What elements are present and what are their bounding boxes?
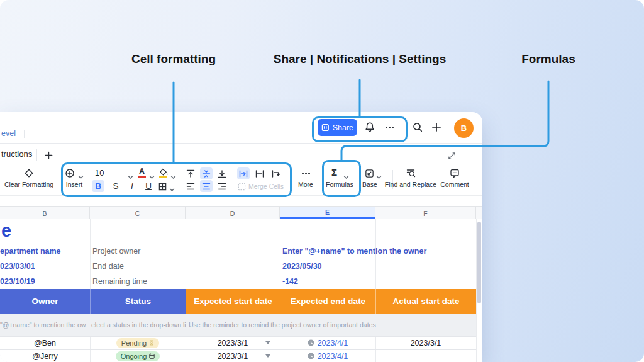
find-and-replace-button[interactable] xyxy=(405,167,416,179)
cell-actual-start[interactable]: 2023/3/1 xyxy=(375,336,476,349)
cell-info[interactable]: 023/10/19 xyxy=(0,274,89,289)
bold-button[interactable]: B xyxy=(92,180,104,192)
cell-info[interactable]: Remaining time xyxy=(92,274,184,289)
cell-info[interactable]: End date xyxy=(92,259,184,274)
borders-chevron[interactable] xyxy=(169,183,175,195)
column-header-d[interactable]: D xyxy=(186,207,280,219)
avatar[interactable]: B xyxy=(454,118,474,138)
toolbar-divider xyxy=(180,168,180,191)
cell-info[interactable]: 023/03/01 xyxy=(0,259,89,274)
font-color-button[interactable]: A xyxy=(139,167,145,176)
cell-info[interactable]: 2023/05/30 xyxy=(282,259,408,274)
column-header-c[interactable]: C xyxy=(90,207,186,219)
comment-icon xyxy=(450,168,460,178)
cell-expected-end[interactable]: 2023/4/1 xyxy=(280,349,375,362)
align-right-button[interactable] xyxy=(216,180,228,192)
align-left-button[interactable] xyxy=(184,180,197,192)
titlebar-divider xyxy=(24,130,25,138)
share-button-label: Share xyxy=(333,123,353,132)
new-document-button[interactable] xyxy=(429,120,444,135)
column-header-strip: B C D E F xyxy=(0,206,482,220)
formulas-button[interactable]: Σ xyxy=(331,167,337,178)
borders-button[interactable] xyxy=(157,181,168,192)
doc-title-fragment[interactable]: evel xyxy=(1,129,16,138)
fill-color-chevron[interactable] xyxy=(170,171,176,182)
insert-label[interactable]: Insert xyxy=(60,181,88,188)
notifications-button[interactable] xyxy=(362,120,377,135)
chevron-down-icon xyxy=(78,175,84,179)
formulas-label[interactable]: Formulas xyxy=(322,181,357,188)
cell-owner[interactable]: @Jerry xyxy=(0,349,90,362)
align-top-button[interactable] xyxy=(184,167,197,179)
cell-info[interactable]: epartment name xyxy=(0,244,89,259)
text-rotate-button[interactable] xyxy=(270,167,282,179)
italic-button[interactable]: I xyxy=(126,180,138,192)
clock-icon xyxy=(308,353,314,359)
cell-status[interactable]: Pending xyxy=(90,336,186,349)
toolbar-divider xyxy=(233,168,233,191)
align-right-icon xyxy=(217,181,227,191)
merge-cells-label: Merge Cells xyxy=(248,183,284,190)
gridline xyxy=(476,219,477,362)
sheet-title-fragment[interactable]: e xyxy=(1,220,11,241)
expand-toolbar-button[interactable] xyxy=(445,149,458,162)
insert-button[interactable] xyxy=(64,167,75,179)
strikethrough-button[interactable]: S xyxy=(109,180,122,192)
text-wrap-button[interactable] xyxy=(237,167,250,179)
table-header-status[interactable]: Status xyxy=(90,289,186,314)
cell-status[interactable]: Ongoing xyxy=(90,349,186,362)
search-button[interactable] xyxy=(410,120,425,135)
spreadsheet-window: evel Share xyxy=(0,112,482,362)
column-header-b[interactable]: B xyxy=(0,207,90,219)
cell-actual-start[interactable] xyxy=(375,349,476,362)
cell-hint[interactable]: Use the reminder to remind the project o… xyxy=(189,314,385,336)
cell-info[interactable]: -142 xyxy=(282,274,408,289)
cell-hint[interactable]: elect a status in the drop-down lis xyxy=(91,314,186,336)
comment-label[interactable]: Comment xyxy=(438,181,471,188)
cell-expected-start[interactable]: 2023/3/1 xyxy=(186,349,280,362)
table-header-expected-end[interactable]: Expected end date xyxy=(280,289,375,314)
table-header-expected-start[interactable]: Expected start date xyxy=(186,289,280,314)
column-header-e[interactable]: E xyxy=(280,207,375,219)
clear-formatting-button[interactable] xyxy=(23,167,35,179)
table-row: @Jerry Ongoing 2023/3/1 xyxy=(0,349,476,362)
table-header-actual-start[interactable]: Actual start date xyxy=(375,289,476,314)
underline-button[interactable]: U xyxy=(142,180,155,192)
plus-icon xyxy=(431,122,441,132)
reminder-date[interactable]: 2023/4/1 xyxy=(318,339,348,348)
clear-formatting-label[interactable]: Clear Formatting xyxy=(0,181,58,188)
cell-info[interactable]: Project owner xyxy=(92,244,184,259)
comment-button[interactable] xyxy=(449,167,460,179)
more-tools-label[interactable]: More xyxy=(291,181,321,188)
cell-owner[interactable]: @Ben xyxy=(0,336,90,349)
reminder-date[interactable]: 2023/4/1 xyxy=(318,352,348,361)
eraser-icon xyxy=(24,168,34,178)
cell-info[interactable]: Enter "@+name" to mention the owner xyxy=(282,244,446,259)
text-rotate-icon xyxy=(271,169,281,179)
text-overflow-button[interactable] xyxy=(253,167,266,179)
base-icon xyxy=(365,169,374,178)
add-sheet-button[interactable] xyxy=(42,148,55,162)
sheet-tab-instructions[interactable]: tructions xyxy=(1,149,32,159)
clock-icon xyxy=(308,339,314,346)
column-header-f[interactable]: F xyxy=(375,207,476,219)
paint-bucket-icon xyxy=(159,168,169,176)
align-middle-button[interactable] xyxy=(200,167,213,179)
align-center-icon xyxy=(201,181,211,191)
cell-expected-end[interactable]: 2023/4/1 xyxy=(280,336,375,349)
font-size-value[interactable]: 10 xyxy=(95,168,104,178)
align-center-button[interactable] xyxy=(200,180,213,192)
table-header-owner[interactable]: Owner xyxy=(0,289,90,314)
more-options-button[interactable] xyxy=(381,120,397,135)
vertical-scrollbar[interactable] xyxy=(477,222,481,303)
cell-hint[interactable]: "@+name" to mention the ow xyxy=(0,314,90,336)
search-icon xyxy=(412,122,423,133)
find-and-replace-icon xyxy=(406,168,416,178)
cell-expected-start[interactable]: 2023/3/1 xyxy=(186,336,280,349)
find-and-replace-label[interactable]: Find and Replace xyxy=(381,181,440,188)
screenshot-root: Cell formatting Share | Notifications | … xyxy=(0,0,644,362)
share-button[interactable]: Share xyxy=(318,119,357,136)
base-button[interactable] xyxy=(364,167,375,179)
align-bottom-button[interactable] xyxy=(216,167,228,179)
more-tools-button[interactable] xyxy=(300,167,311,179)
